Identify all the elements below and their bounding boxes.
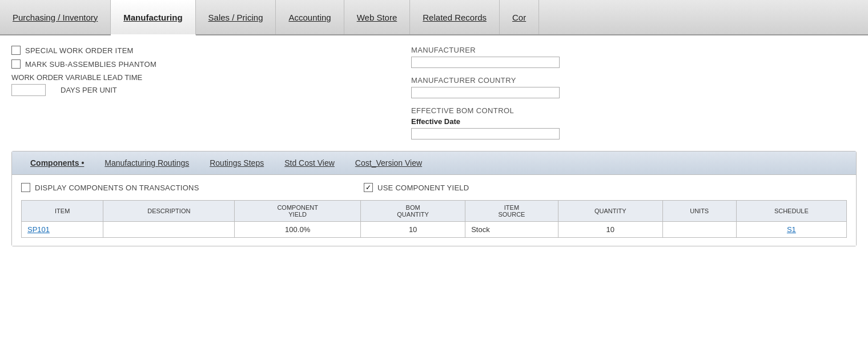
main-content: SPECIAL WORK ORDER ITEM MARK SUB-ASSEMBL… xyxy=(0,35,868,257)
nav-cor[interactable]: Cor xyxy=(500,0,539,34)
days-per-unit-label: DAYS PER UNIT xyxy=(61,86,117,94)
col-header-units: UNITS xyxy=(662,201,736,222)
cell-item[interactable]: SP101 xyxy=(22,222,103,238)
col-header-quantity: QUANTITY xyxy=(558,201,662,222)
nav-bar: Purchasing / Inventory Manufacturing Sal… xyxy=(0,0,868,35)
manufacturer-country-input[interactable] xyxy=(411,87,560,98)
cell-description xyxy=(103,222,235,238)
manufacturer-country-field: MANUFACTURER COUNTRY xyxy=(411,76,857,98)
effective-bom-field: EFFECTIVE BOM CONTROL Effective Date xyxy=(411,106,857,139)
subtab-manufacturing-routings[interactable]: Manufacturing Routings xyxy=(94,156,199,170)
subtab-std-cost-view[interactable]: Std Cost View xyxy=(274,156,345,170)
effective-date-input[interactable] xyxy=(411,128,560,139)
nav-webstore[interactable]: Web Store xyxy=(344,0,411,34)
manufacturer-country-label: MANUFACTURER COUNTRY xyxy=(411,76,857,85)
cell-quantity: 10 xyxy=(558,222,662,238)
col-header-schedule: SCHEDULE xyxy=(736,201,846,222)
display-row: DISPLAY COMPONENTS ON TRANSACTIONS USE C… xyxy=(21,183,847,192)
display-components-label: DISPLAY COMPONENTS ON TRANSACTIONS xyxy=(35,184,199,192)
use-component-yield-checkbox[interactable] xyxy=(364,183,373,192)
special-work-order-checkbox[interactable] xyxy=(11,46,21,55)
manufacturer-input[interactable] xyxy=(411,57,560,68)
special-work-order-row: SPECIAL WORK ORDER ITEM xyxy=(11,46,365,55)
col-header-bom-quantity: BOMQUANTITY xyxy=(361,201,465,222)
col-header-description: DESCRIPTION xyxy=(103,201,235,222)
display-left: DISPLAY COMPONENTS ON TRANSACTIONS xyxy=(21,183,364,192)
nav-sales[interactable]: Sales / Pricing xyxy=(196,0,276,34)
manufacturer-field: MANUFACTURER xyxy=(411,46,857,68)
special-work-order-label: SPECIAL WORK ORDER ITEM xyxy=(25,46,134,55)
left-panel: SPECIAL WORK ORDER ITEM MARK SUB-ASSEMBL… xyxy=(11,46,365,139)
subtabs-section: Components • Manufacturing Routings Rout… xyxy=(11,151,857,246)
nav-accounting[interactable]: Accounting xyxy=(276,0,344,34)
table-row: SP101 100.0% 10 Stock 10 S1 xyxy=(22,222,847,238)
col-header-component-yield: COMPONENTYIELD xyxy=(235,201,361,222)
nav-manufacturing[interactable]: Manufacturing xyxy=(111,0,195,35)
col-header-item: ITEM xyxy=(22,201,103,222)
nav-purchasing[interactable]: Purchasing / Inventory xyxy=(0,0,111,34)
sub-content: DISPLAY COMPONENTS ON TRANSACTIONS USE C… xyxy=(12,175,856,246)
display-components-checkbox[interactable] xyxy=(21,183,30,192)
subtab-routings-steps[interactable]: Routings Steps xyxy=(199,156,274,170)
mark-sub-assemblies-label: MARK SUB-ASSEMBLIES PHANTOM xyxy=(25,60,156,69)
display-right: USE COMPONENT YIELD xyxy=(364,183,469,192)
mark-sub-assemblies-row: MARK SUB-ASSEMBLIES PHANTOM xyxy=(11,59,365,69)
mark-sub-assemblies-checkbox[interactable] xyxy=(11,59,21,69)
effective-date-label: Effective Date xyxy=(411,117,857,126)
effective-bom-label: EFFECTIVE BOM CONTROL xyxy=(411,106,857,115)
cell-schedule[interactable]: S1 xyxy=(736,222,846,238)
use-component-yield-label: USE COMPONENT YIELD xyxy=(377,184,469,192)
cell-bom-quantity: 10 xyxy=(361,222,465,238)
cell-item-source: Stock xyxy=(465,222,558,238)
subtabs-header: Components • Manufacturing Routings Rout… xyxy=(12,151,856,175)
components-table: ITEM DESCRIPTION COMPONENTYIELD BOMQUANT… xyxy=(21,200,847,238)
work-order-lead-label: WORK ORDER VARIABLE LEAD TIME xyxy=(11,73,142,82)
top-section: SPECIAL WORK ORDER ITEM MARK SUB-ASSEMBL… xyxy=(11,46,857,139)
lead-time-input[interactable] xyxy=(11,84,46,96)
manufacturer-label: MANUFACTURER xyxy=(411,46,857,54)
subtab-cost-version-view[interactable]: Cost_Version View xyxy=(345,156,432,170)
cell-component-yield: 100.0% xyxy=(235,222,361,238)
col-header-item-source: ITEMSOURCE xyxy=(465,201,558,222)
lead-time-row: WORK ORDER VARIABLE LEAD TIME xyxy=(11,73,365,82)
cell-units xyxy=(662,222,736,238)
right-panel: MANUFACTURER MANUFACTURER COUNTRY EFFECT… xyxy=(388,46,857,139)
nav-related[interactable]: Related Records xyxy=(410,0,500,34)
subtab-components[interactable]: Components • xyxy=(20,156,94,170)
